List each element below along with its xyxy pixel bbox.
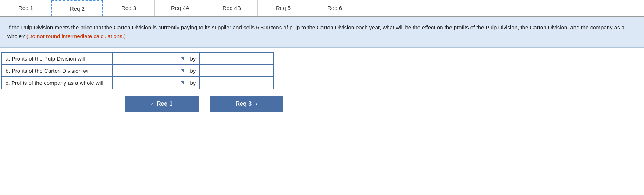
row-c-amount-input[interactable]	[200, 77, 273, 89]
prev-chevron-icon: ‹	[151, 101, 153, 107]
row-a-label: a. Profits of the Pulp Division will	[2, 53, 113, 65]
row-a-input-cell	[200, 53, 274, 65]
question-area: If the Pulp Division meets the price tha…	[0, 17, 644, 48]
next-button[interactable]: Req 3 ›	[210, 96, 283, 112]
table-row: c. Profits of the company as a whole wil…	[2, 77, 274, 89]
prev-button-label: Req 1	[157, 101, 173, 107]
row-c-by: by	[186, 77, 200, 89]
tab-req4b[interactable]: Req 4B	[206, 0, 257, 16]
next-chevron-icon: ›	[255, 101, 257, 107]
row-b-by: by	[186, 65, 200, 77]
row-b-input-cell	[200, 65, 274, 77]
row-a-dropdown[interactable]: increase decrease remain unchanged	[113, 53, 186, 64]
row-b-amount-input[interactable]	[200, 65, 273, 76]
row-c-label: c. Profits of the company as a whole wil…	[2, 77, 113, 89]
row-a-input-wrapper	[200, 53, 273, 64]
tab-req4a[interactable]: Req 4A	[154, 0, 206, 16]
tab-req5[interactable]: Req 5	[257, 0, 309, 16]
tab-req2[interactable]: Req 2	[51, 0, 103, 16]
row-c-dropdown[interactable]: increase decrease remain unchanged	[113, 77, 186, 89]
row-c-dropdown-wrapper: increase decrease remain unchanged	[113, 77, 186, 89]
row-b-label: b. Profits of the Carton Division will	[2, 65, 113, 77]
tab-req3[interactable]: Req 3	[103, 0, 154, 16]
row-b-input-wrapper	[200, 65, 273, 76]
row-b-dropdown-wrapper: increase decrease remain unchanged	[113, 65, 186, 76]
row-a-dropdown-wrapper: increase decrease remain unchanged	[113, 53, 186, 64]
row-a-amount-input[interactable]	[200, 53, 273, 64]
row-a-dropdown-cell: increase decrease remain unchanged	[112, 53, 186, 65]
row-a-by: by	[186, 53, 200, 65]
tab-req1[interactable]: Req 1	[0, 0, 51, 16]
next-button-label: Req 3	[236, 101, 252, 107]
row-b-dropdown-cell: increase decrease remain unchanged	[112, 65, 186, 77]
row-b-dropdown[interactable]: increase decrease remain unchanged	[113, 65, 186, 76]
tab-req6[interactable]: Req 6	[309, 0, 360, 16]
row-c-dropdown-cell: increase decrease remain unchanged	[112, 77, 186, 89]
table-row: a. Profits of the Pulp Division will inc…	[2, 53, 274, 65]
row-c-input-cell	[200, 77, 274, 89]
question-warning: (Do not round intermediate calculations.…	[26, 33, 126, 39]
prev-button[interactable]: ‹ Req 1	[125, 96, 199, 112]
table-row: b. Profits of the Carton Division will i…	[2, 65, 274, 77]
answer-table: a. Profits of the Pulp Division will inc…	[1, 52, 274, 89]
button-row: ‹ Req 1 Req 3 ›	[125, 96, 644, 112]
row-c-input-wrapper	[200, 77, 273, 89]
tab-bar: Req 1 Req 2 Req 3 Req 4A Req 4B Req 5 Re…	[0, 0, 644, 17]
